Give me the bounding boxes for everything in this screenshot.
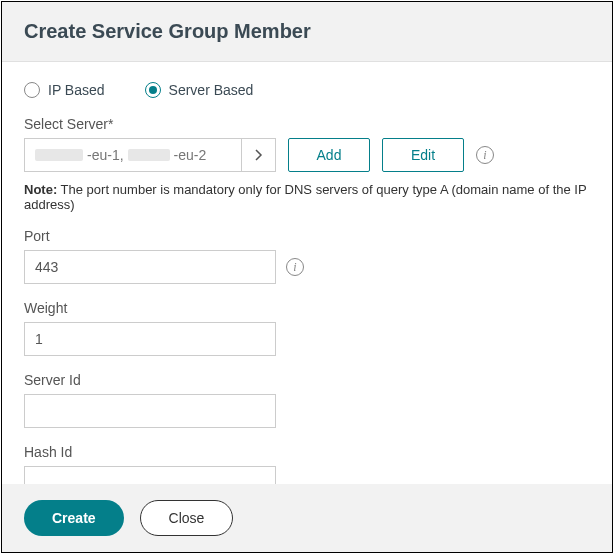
edit-button[interactable]: Edit (382, 138, 464, 172)
select-server-value: -eu-1, -eu-2 (25, 139, 241, 171)
note-text: Note: The port number is mandatory only … (24, 182, 590, 212)
base-type-radios: IP Based Server Based (24, 82, 590, 98)
radio-ip-based[interactable]: IP Based (24, 82, 105, 98)
dialog-header: Create Service Group Member (2, 2, 612, 62)
close-button[interactable]: Close (140, 500, 234, 536)
port-label: Port (24, 228, 590, 244)
form-content: IP Based Server Based Select Server* -eu… (2, 62, 612, 484)
chevron-right-icon[interactable] (241, 139, 275, 171)
add-button[interactable]: Add (288, 138, 370, 172)
hashid-label: Hash Id (24, 444, 590, 460)
hashid-input[interactable] (24, 466, 276, 484)
info-icon[interactable]: i (476, 146, 494, 164)
weight-label: Weight (24, 300, 590, 316)
port-input[interactable] (24, 250, 276, 284)
radio-icon (145, 82, 161, 98)
dialog-footer: Create Close (2, 484, 612, 552)
radio-label: IP Based (48, 82, 105, 98)
radio-label: Server Based (169, 82, 254, 98)
select-server-dropdown[interactable]: -eu-1, -eu-2 (24, 138, 276, 172)
serverid-input[interactable] (24, 394, 276, 428)
create-button[interactable]: Create (24, 500, 124, 536)
select-server-label: Select Server* (24, 116, 590, 132)
page-title: Create Service Group Member (24, 20, 590, 43)
select-server-row: -eu-1, -eu-2 Add Edit i (24, 138, 590, 172)
weight-input[interactable] (24, 322, 276, 356)
info-icon[interactable]: i (286, 258, 304, 276)
radio-server-based[interactable]: Server Based (145, 82, 254, 98)
radio-icon (24, 82, 40, 98)
serverid-label: Server Id (24, 372, 590, 388)
